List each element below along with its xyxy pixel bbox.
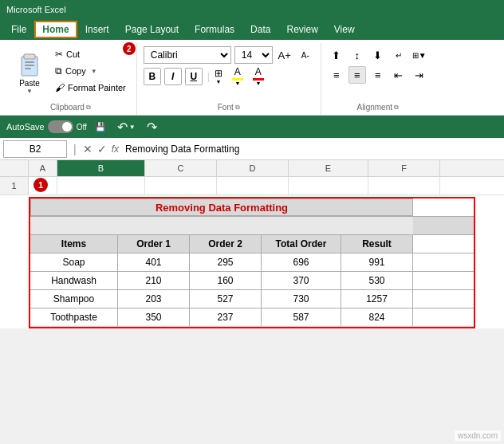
cell-d6[interactable]: 160 <box>190 272 262 289</box>
font-color-dropdown[interactable]: ▼ <box>255 81 261 86</box>
cell-e6[interactable]: 370 <box>262 272 341 289</box>
font-family-select[interactable]: Calibri <box>144 46 231 64</box>
format-painter-label: Format Painter <box>68 83 126 92</box>
increase-indent-button[interactable]: ⇥ <box>411 66 428 84</box>
menu-file[interactable]: File <box>3 22 34 37</box>
name-box[interactable] <box>3 140 67 158</box>
formula-bar: | ✕ ✓ fx <box>0 138 504 160</box>
cut-button[interactable]: ✂ Cut 2 <box>51 46 130 62</box>
copy-button[interactable]: ⧉ Copy ▼ <box>51 63 130 79</box>
border-button[interactable]: ⊞ ▼ <box>215 68 222 84</box>
cell-c8[interactable]: 350 <box>118 308 190 326</box>
bottom-align-button[interactable]: ⬇ <box>369 46 387 64</box>
italic-button[interactable]: I <box>164 68 182 85</box>
decrease-font-button[interactable]: A- <box>297 46 314 64</box>
formula-icons: ✕ ✓ fx <box>83 143 119 155</box>
cell-b5[interactable]: Soap <box>30 253 118 271</box>
increase-font-button[interactable]: A+ <box>276 46 293 64</box>
col-header-b[interactable]: B <box>57 160 145 176</box>
insert-function-icon[interactable]: fx <box>112 143 119 155</box>
menu-data[interactable]: Data <box>242 22 278 37</box>
cell-f1[interactable] <box>368 177 440 194</box>
cell-e4[interactable]: Total Order <box>262 235 341 253</box>
cell-c4[interactable]: Order 1 <box>118 235 190 253</box>
cell-d1[interactable] <box>217 177 289 194</box>
col-header-c[interactable]: C <box>145 160 217 176</box>
cell-d8[interactable]: 237 <box>190 308 262 326</box>
menu-home[interactable]: Home <box>34 21 77 38</box>
cell-b7[interactable]: Shampoo <box>30 290 118 308</box>
cell-b1[interactable] <box>57 177 145 194</box>
cell-b4[interactable]: Items <box>30 235 118 253</box>
formula-input[interactable] <box>122 140 501 158</box>
underline-button[interactable]: U <box>185 68 203 85</box>
cell-c7[interactable]: 203 <box>118 290 190 308</box>
paste-dropdown[interactable]: ▼ <box>26 88 33 95</box>
menu-page-layout[interactable]: Page Layout <box>117 22 187 37</box>
undo-button[interactable]: ↶ ▼ <box>114 118 139 136</box>
cell-c6[interactable]: 210 <box>118 272 190 289</box>
cell-f4[interactable]: Result <box>341 235 413 253</box>
copy-label: Copy <box>65 66 86 76</box>
fill-color-button[interactable]: A ▼ <box>232 66 243 86</box>
font-expand-icon[interactable]: ⧉ <box>235 104 240 112</box>
cell-c1[interactable] <box>145 177 217 194</box>
cell-d7[interactable]: 527 <box>190 290 262 308</box>
autosave-switch[interactable] <box>48 120 73 133</box>
badge-2: 2 <box>123 42 136 55</box>
cell-c5[interactable]: 401 <box>118 253 190 271</box>
border-dropdown[interactable]: ▼ <box>215 79 221 84</box>
redo-button[interactable]: ↷ <box>144 118 160 136</box>
undo-icon: ↶ <box>117 120 128 135</box>
cell-f5[interactable]: 991 <box>341 253 413 271</box>
undo-dropdown[interactable]: ▼ <box>129 124 136 131</box>
middle-align-button[interactable]: ↕ <box>348 46 366 64</box>
menu-view[interactable]: View <box>326 22 363 37</box>
merge-button[interactable]: ⊞▼ <box>411 46 428 64</box>
cell-d5[interactable]: 295 <box>190 253 262 271</box>
col-header-f[interactable]: F <box>368 160 440 176</box>
alignment-expand-icon[interactable]: ⧉ <box>394 104 399 112</box>
center-align-button[interactable]: ≡ <box>348 66 366 84</box>
cell-b6[interactable]: Handwash <box>30 272 118 289</box>
save-button[interactable]: 💾 <box>92 120 109 134</box>
cell-f8[interactable]: 824 <box>341 308 413 326</box>
menu-insert[interactable]: Insert <box>77 22 117 37</box>
right-align-button[interactable]: ≡ <box>369 66 387 84</box>
menu-formulas[interactable]: Formulas <box>187 22 242 37</box>
cell-a1[interactable]: 1 <box>29 177 57 194</box>
align-row-2: ≡ ≡ ≡ ⇤ ⇥ <box>328 66 428 84</box>
cell-f7[interactable]: 1257 <box>341 290 413 308</box>
col-header-a[interactable]: A <box>29 160 57 176</box>
copy-dropdown[interactable]: ▼ <box>91 68 97 75</box>
font-size-select[interactable]: 14 <box>234 46 273 64</box>
cell-d4[interactable]: Order 2 <box>190 235 262 253</box>
cell-e7[interactable]: 730 <box>262 290 341 308</box>
col-header-e[interactable]: E <box>289 160 368 176</box>
fill-dropdown[interactable]: ▼ <box>234 81 240 86</box>
format-painter-button[interactable]: 🖌 Format Painter <box>51 80 130 96</box>
menu-review[interactable]: Review <box>278 22 325 37</box>
left-align-button[interactable]: ≡ <box>328 66 345 84</box>
border-icon: ⊞ <box>215 68 222 79</box>
wrap-text-button[interactable]: ↵ <box>390 46 408 64</box>
paste-button[interactable]: Paste ▼ <box>11 46 48 99</box>
bold-button[interactable]: B <box>144 68 161 85</box>
clipboard-expand-icon[interactable]: ⧉ <box>86 104 91 112</box>
top-align-button[interactable]: ⬆ <box>328 46 345 64</box>
decrease-indent-button[interactable]: ⇤ <box>390 66 408 84</box>
cancel-formula-icon[interactable]: ✕ <box>83 143 93 155</box>
cell-b3[interactable] <box>30 217 413 234</box>
cell-e1[interactable] <box>289 177 368 194</box>
cell-e5[interactable]: 696 <box>262 253 341 271</box>
cell-b8[interactable]: Toothpaste <box>30 308 118 326</box>
ribbon: Paste ▼ ✂ Cut 2 ⧉ Copy ▼ 🖌 Format Painte… <box>0 40 504 116</box>
row-num-1[interactable]: 1 <box>0 177 29 194</box>
cell-b2[interactable]: Removing Data Formatting <box>30 198 413 216</box>
font-color-button[interactable]: A ▼ <box>253 66 264 86</box>
cell-e8[interactable]: 587 <box>262 308 341 326</box>
cell-f6[interactable]: 530 <box>341 272 413 289</box>
quick-access-toolbar: AutoSave Off 💾 ↶ ▼ ↷ <box>0 116 504 138</box>
confirm-formula-icon[interactable]: ✓ <box>97 143 107 155</box>
col-header-d[interactable]: D <box>217 160 289 176</box>
